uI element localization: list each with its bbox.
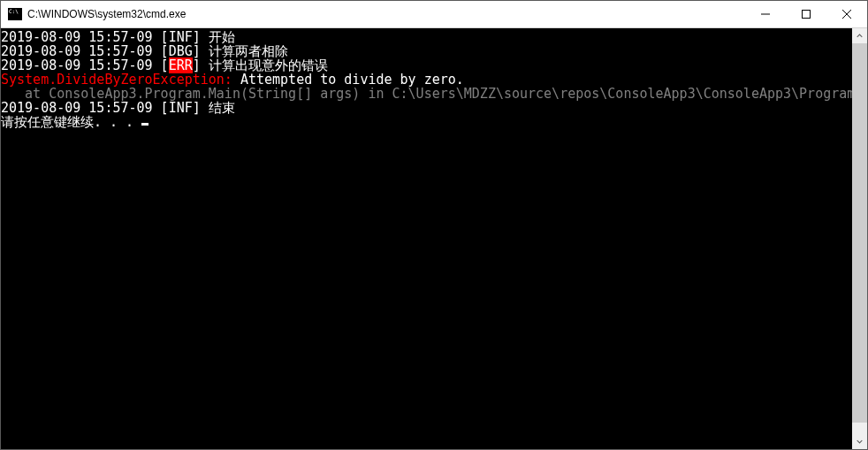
prompt-line: 请按任意键继续. . .: [1, 115, 852, 129]
window-controls: [745, 1, 867, 27]
chevron-up-icon: [857, 33, 863, 39]
prompt-text: 请按任意键继续. . .: [1, 114, 141, 130]
console-output[interactable]: 2019-08-09 15:57-09 [INF] 开始2019-08-09 1…: [1, 28, 852, 449]
vertical-scrollbar[interactable]: [852, 28, 867, 449]
log-line: 2019-08-09 15:57-09 [INF] 结束: [1, 101, 852, 115]
close-icon: [842, 10, 851, 19]
log-message: ] 结束: [193, 100, 235, 116]
log-line: 2019-08-09 15:57-09 [DBG] 计算两者相除: [1, 44, 852, 58]
close-button[interactable]: [826, 1, 867, 27]
exception-line: System.DivideByZeroException: Attempted …: [1, 72, 852, 87]
scroll-track[interactable]: [852, 43, 867, 434]
scroll-thumb[interactable]: [852, 43, 867, 423]
scroll-up-button[interactable]: [852, 28, 867, 43]
window-title: C:\WINDOWS\system32\cmd.exe: [27, 8, 745, 20]
cursor: [141, 123, 148, 126]
scroll-down-button[interactable]: [852, 434, 867, 449]
minimize-button[interactable]: [745, 1, 786, 27]
cmd-icon: [8, 8, 22, 20]
console-area: 2019-08-09 15:57-09 [INF] 开始2019-08-09 1…: [1, 28, 867, 449]
log-level-inf: INF: [169, 100, 193, 116]
svg-rect-1: [803, 11, 811, 19]
log-line: 2019-08-09 15:57-09 [ERR] 计算出现意外的错误: [1, 58, 852, 72]
stack-trace-line: at ConsoleApp3.Program.Main(String[] arg…: [1, 87, 852, 101]
log-line: 2019-08-09 15:57-09 [INF] 开始: [1, 30, 852, 44]
minimize-icon: [761, 10, 770, 19]
title-bar[interactable]: C:\WINDOWS\system32\cmd.exe: [1, 1, 867, 28]
maximize-button[interactable]: [786, 1, 826, 27]
maximize-icon: [802, 10, 811, 19]
chevron-down-icon: [857, 439, 863, 445]
